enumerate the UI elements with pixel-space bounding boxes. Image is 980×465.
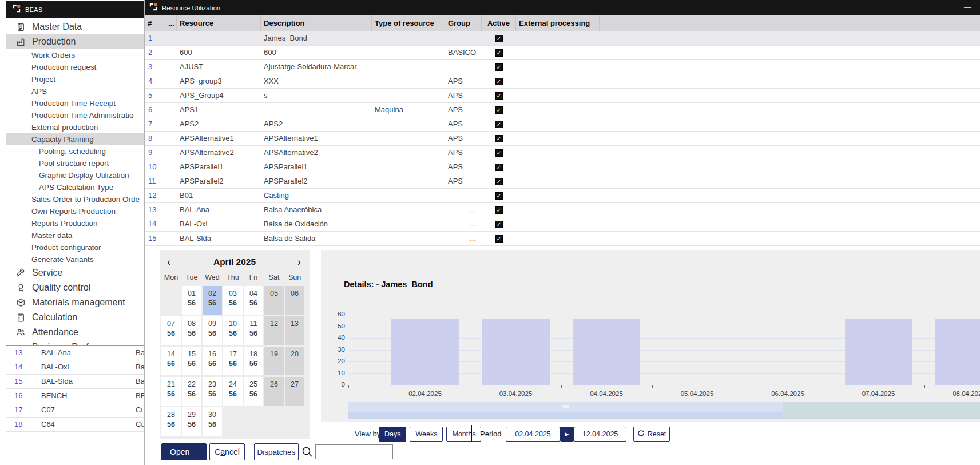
calendar-day-22[interactable]: 2256 bbox=[182, 377, 201, 406]
table-row[interactable]: 7APS2APS2APS✓ bbox=[145, 117, 980, 132]
dispatches-button[interactable]: Dispatches bbox=[254, 443, 299, 460]
sidebar-item-pooling-scheduling[interactable]: Pooling, scheduling bbox=[6, 145, 144, 157]
column-header-[interactable]: ... bbox=[165, 15, 177, 31]
table-row[interactable]: 10APSParallel1APSParallel1APS✓ bbox=[145, 160, 980, 174]
table-row[interactable]: 6APS1MaquinaAPS✓ bbox=[145, 103, 980, 117]
more-dots[interactable]: ... bbox=[470, 232, 476, 245]
table-row[interactable]: 14BAL-OxiBalsa de Oxidación...✓ bbox=[145, 217, 980, 232]
more-dots[interactable]: ... bbox=[470, 203, 476, 217]
sidebar-item-external-production[interactable]: External production bbox=[6, 121, 144, 133]
active-checkbox[interactable]: ✓ bbox=[495, 164, 503, 171]
calendar-day-07[interactable]: 0756 bbox=[161, 316, 181, 345]
active-checkbox[interactable]: ✓ bbox=[495, 106, 503, 114]
sidebar-item-project[interactable]: Project bbox=[6, 73, 144, 85]
minimize-icon[interactable]: — bbox=[964, 0, 971, 15]
sidebar-item-sales-order-to-production-orde[interactable]: Sales Order to Production Orde bbox=[6, 193, 144, 205]
sidebar-item-production-time-receipt[interactable]: Production Time Receipt bbox=[6, 97, 144, 109]
background-table-row[interactable]: 18C64Cur bbox=[6, 418, 144, 432]
table-row[interactable]: 11APSParallel2APSParallel2APS✓ bbox=[145, 174, 980, 189]
sidebar-item-reports-production[interactable]: Reports Production bbox=[6, 217, 144, 229]
sidebar-item-master-data[interactable]: Master data bbox=[6, 229, 144, 241]
column-header-description[interactable]: Description bbox=[261, 15, 372, 31]
column-header-external-processing[interactable]: External processing bbox=[516, 15, 600, 31]
chart-scrollbar[interactable] bbox=[348, 402, 980, 419]
active-checkbox[interactable]: ✓ bbox=[495, 192, 503, 200]
table-row[interactable]: 1James Bond✓ bbox=[145, 31, 980, 46]
calendar-day-20[interactable]: 20 bbox=[285, 347, 304, 375]
column-header-resource[interactable]: Resource bbox=[177, 15, 261, 31]
calendar-day-27[interactable]: 27 bbox=[285, 377, 304, 406]
column-header-[interactable]: # bbox=[145, 15, 165, 31]
sidebar-item-capacity-planning[interactable]: Capacity Planning bbox=[6, 133, 144, 145]
period-to-button[interactable]: 12.04.2025 bbox=[574, 427, 626, 442]
active-checkbox[interactable]: ✓ bbox=[495, 35, 503, 42]
table-row[interactable]: 5APS_Group4sAPS✓ bbox=[145, 89, 980, 103]
column-header-group[interactable]: Group bbox=[445, 15, 482, 31]
table-row[interactable]: 2600600BASICO✓ bbox=[145, 46, 980, 60]
calendar-day-09[interactable]: 0956 bbox=[203, 316, 222, 345]
background-table-row[interactable]: 16BENCHBEN bbox=[6, 389, 144, 403]
sidebar-item-quality-control[interactable]: Quality control bbox=[6, 280, 144, 295]
calendar-day-08[interactable]: 0856 bbox=[182, 316, 201, 345]
active-checkbox[interactable]: ✓ bbox=[495, 149, 503, 157]
search-input[interactable] bbox=[315, 444, 393, 459]
calendar-day-25[interactable]: 2556 bbox=[244, 377, 263, 406]
calendar-day-12[interactable]: 12 bbox=[264, 316, 284, 345]
table-row[interactable]: 13BAL-AnaBalsa Anaeróbica...✓ bbox=[145, 203, 980, 217]
table-row[interactable]: 8APSAlternative1APSAlternative1APS✓ bbox=[145, 132, 980, 146]
calendar-day-13[interactable]: 13 bbox=[285, 316, 304, 345]
background-table-row[interactable]: 13BAL-AnaBals bbox=[6, 346, 144, 360]
open-button[interactable]: Open bbox=[161, 443, 207, 460]
sidebar-item-pool-structure-report[interactable]: Pool structure report bbox=[6, 157, 144, 169]
sidebar-item-production-time-administratio[interactable]: Production Time Administratio bbox=[6, 109, 144, 121]
active-checkbox[interactable]: ✓ bbox=[495, 135, 503, 142]
active-checkbox[interactable]: ✓ bbox=[495, 49, 503, 57]
calendar-day-16[interactable]: 1656 bbox=[203, 347, 222, 375]
calendar-day-04[interactable]: 0456 bbox=[244, 286, 263, 315]
active-checkbox[interactable]: ✓ bbox=[495, 206, 503, 214]
active-checkbox[interactable]: ✓ bbox=[495, 121, 503, 128]
column-header-active[interactable]: Active bbox=[482, 15, 516, 31]
calendar-day-14[interactable]: 1456 bbox=[161, 347, 181, 375]
sidebar-item-master-data[interactable]: Master Data bbox=[6, 19, 144, 34]
active-checkbox[interactable]: ✓ bbox=[495, 178, 503, 185]
dialog-titlebar[interactable]: Resource Utilization — bbox=[145, 0, 980, 15]
calendar-day-24[interactable]: 2456 bbox=[223, 377, 243, 406]
calendar-day-11[interactable]: 1156 bbox=[244, 316, 263, 345]
sidebar-item-generate-variants[interactable]: Generate Variants bbox=[6, 253, 144, 265]
calendar-day-03[interactable]: 0356 bbox=[223, 286, 243, 315]
sidebar-item-materials-management[interactable]: Materials management bbox=[6, 295, 144, 310]
period-from-button[interactable]: 02.04.2025 bbox=[506, 427, 560, 442]
table-row[interactable]: 15BAL-SldaBalsa de Salida...✓ bbox=[145, 232, 980, 246]
table-row[interactable]: 3AJUSTAjustatge-Soldadura-Marcar✓ bbox=[145, 60, 980, 74]
cancel-button[interactable]: Cancel bbox=[209, 443, 245, 460]
calendar-day-19[interactable]: 19 bbox=[264, 347, 284, 375]
sidebar-item-production[interactable]: Production bbox=[6, 34, 144, 49]
sidebar-item-calculation[interactable]: Calculation bbox=[6, 310, 144, 325]
sidebar-item-aps[interactable]: APS bbox=[6, 85, 144, 97]
sidebar-item-product-configurator[interactable]: Product configurator bbox=[6, 241, 144, 253]
calendar-day-21[interactable]: 2156 bbox=[161, 377, 181, 406]
calendar-day-06[interactable]: 06 bbox=[285, 286, 304, 315]
active-checkbox[interactable]: ✓ bbox=[495, 221, 503, 228]
background-table-row[interactable]: 15BAL-SldaBals bbox=[6, 375, 144, 389]
table-row[interactable]: 4APS_group3XXXAPS✓ bbox=[145, 74, 980, 89]
viewby-months-button[interactable]: Months bbox=[446, 427, 481, 442]
sidebar-item-own-reports-production[interactable]: Own Reports Production bbox=[6, 205, 144, 217]
calendar-day-26[interactable]: 26 bbox=[264, 377, 284, 406]
active-checkbox[interactable]: ✓ bbox=[495, 78, 503, 85]
calendar-day-23[interactable]: 2356 bbox=[203, 377, 222, 406]
sidebar-item-production-request[interactable]: Production request bbox=[6, 61, 144, 73]
calendar-day-02[interactable]: 0256 bbox=[203, 286, 222, 315]
calendar-day-01[interactable]: 0156 bbox=[182, 286, 201, 315]
background-table-row[interactable]: 14BAL-OxiBals bbox=[6, 360, 144, 375]
active-checkbox[interactable]: ✓ bbox=[495, 92, 503, 100]
calendar-next-icon[interactable]: › bbox=[293, 255, 305, 269]
calendar-day-18[interactable]: 1856 bbox=[244, 347, 263, 375]
calendar-day-05[interactable]: 05 bbox=[264, 286, 284, 315]
sidebar-item-attendance[interactable]: Attendance bbox=[6, 325, 144, 340]
sidebar-item-aps-calculation-type[interactable]: APS Calculation Type bbox=[6, 181, 144, 193]
viewby-weeks-button[interactable]: Weeks bbox=[410, 427, 443, 442]
table-row[interactable]: 9APSAlternative2APSAlternative2APS✓ bbox=[145, 146, 980, 160]
background-table-row[interactable]: 17C07Cur bbox=[6, 403, 144, 418]
